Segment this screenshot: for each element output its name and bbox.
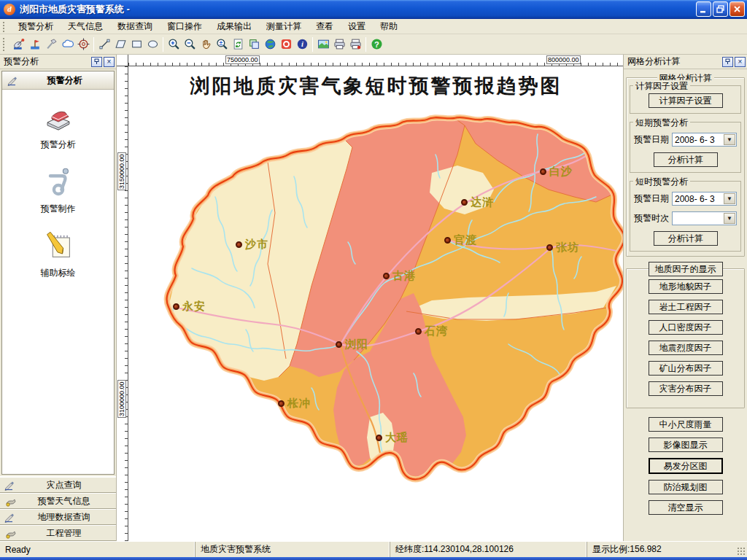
- globe-icon[interactable]: [262, 36, 278, 52]
- town-label: 官渡: [454, 233, 477, 247]
- pin-button[interactable]: [91, 57, 102, 67]
- town-dot-icon: [540, 168, 546, 175]
- refresh-view-icon[interactable]: [230, 36, 246, 52]
- town-label: 永安: [182, 300, 206, 314]
- grid-analysis-group: 网格分析计算 计算因子设置 计算因子设置 短期预警分析 预警日期 2008- 6…: [626, 77, 745, 257]
- warning-analysis-icon[interactable]: [11, 36, 27, 52]
- town-marker: 大瑶: [376, 431, 409, 445]
- pin-icon: [724, 58, 731, 65]
- sidebar-item-warning-make[interactable]: 预警制作: [2, 166, 114, 215]
- minimize-button[interactable]: [696, 1, 711, 17]
- pin-button[interactable]: [722, 57, 733, 67]
- draw-ellipse-icon[interactable]: [144, 36, 160, 52]
- chevron-down-icon[interactable]: ▼: [724, 134, 735, 145]
- chevron-down-icon[interactable]: ▼: [724, 213, 735, 224]
- town-label: 张坊: [556, 241, 579, 254]
- toolbar-separator: [93, 37, 94, 52]
- copy-layers-icon[interactable]: [246, 36, 262, 52]
- layer-button[interactable]: 中小尺度雨量: [649, 417, 723, 432]
- layer-button[interactable]: 清空显示: [649, 500, 723, 515]
- menu-item[interactable]: 测量计算: [259, 19, 309, 34]
- sidebar-item-warning-weather[interactable]: 预警天气信息: [0, 493, 116, 509]
- draw-rectangle-icon[interactable]: [128, 36, 144, 52]
- layer-button[interactable]: 影像图显示: [649, 438, 723, 452]
- info-icon[interactable]: i: [294, 36, 310, 52]
- factor-button[interactable]: 地形地貌因子: [649, 279, 723, 294]
- town-marker: 张坊: [546, 241, 579, 254]
- chevron-down-icon[interactable]: ▼: [724, 193, 735, 204]
- layer-button[interactable]: 防治规划图: [649, 480, 723, 494]
- menu-item[interactable]: 窗口操作: [160, 19, 209, 34]
- close-icon: ×: [107, 58, 112, 66]
- sidebar-item-aux-plot[interactable]: 辅助标绘: [2, 230, 114, 279]
- menu-item[interactable]: 数据查询: [110, 19, 160, 34]
- map-area[interactable]: 750000.00 800000.00 3150000.00 3100000.0…: [117, 55, 624, 541]
- sidebar-item-warning-analysis[interactable]: 预警分析: [2, 104, 114, 151]
- app-logo-icon: d: [4, 4, 15, 15]
- map-canvas[interactable]: 浏阳地质灾害气象短时预警预报趋势图: [129, 67, 623, 541]
- locate-target-icon[interactable]: [75, 36, 91, 52]
- close-panel-button[interactable]: ×: [104, 57, 115, 67]
- pan-hand-icon[interactable]: [198, 36, 214, 52]
- menu-item[interactable]: 查看: [309, 19, 341, 34]
- print-icon[interactable]: [331, 36, 347, 52]
- print-setup-icon[interactable]: [347, 36, 363, 52]
- factor-button[interactable]: 矿山分布因子: [649, 361, 723, 376]
- restore-button[interactable]: [713, 1, 728, 17]
- geo-factor-display-button[interactable]: 地质因子的显示: [649, 262, 723, 276]
- left-panel-nav: 灾点查询 预警天气信息 地理数据查询 工程管理: [0, 476, 116, 541]
- town-dot-icon: [546, 244, 553, 251]
- warning-date-value: 2008- 6- 3: [673, 135, 724, 145]
- ruler-label: 3150000.00: [117, 152, 126, 190]
- factor-button[interactable]: 地震烈度因子: [649, 341, 723, 355]
- warning-make-icon[interactable]: [27, 36, 43, 52]
- factor-button[interactable]: 人口密度因子: [649, 320, 723, 335]
- stamp-tool-icon: [42, 166, 74, 198]
- town-dot-icon: [444, 237, 451, 244]
- short-term-analyze-button[interactable]: 分析计算: [654, 152, 718, 167]
- sidebar-item-project-mgmt[interactable]: 工程管理: [0, 525, 116, 541]
- writing-hand-icon: [4, 479, 16, 491]
- draw-polygon-icon[interactable]: [112, 36, 128, 52]
- warning-date-select[interactable]: 2008- 6- 3 ▼: [672, 133, 737, 147]
- sidebar-item-geodata-query[interactable]: 地理数据查询: [0, 509, 116, 525]
- town-label: 石湾: [425, 324, 448, 338]
- warning-date-label: 预警日期: [634, 133, 672, 146]
- menu-item[interactable]: 成果输出: [209, 19, 259, 34]
- status-coordinates: 经纬度:114.230104,28.100126: [390, 542, 587, 557]
- warning-date-label: 预警日期: [634, 192, 672, 205]
- image-view-icon[interactable]: [315, 36, 331, 52]
- factor-button[interactable]: 灾害分布因子: [649, 381, 723, 396]
- resize-grip[interactable]: [737, 547, 746, 556]
- menu-item[interactable]: 设置: [341, 19, 373, 34]
- close-panel-button[interactable]: ×: [735, 57, 746, 67]
- town-dot-icon: [336, 341, 342, 348]
- sidebar-item-disaster-query[interactable]: 灾点查询: [0, 477, 116, 493]
- help-icon[interactable]: ?: [368, 36, 384, 52]
- realtime-analyze-button[interactable]: 分析计算: [654, 231, 718, 246]
- close-button[interactable]: [729, 1, 745, 17]
- layer-button[interactable]: 易发分区图: [649, 458, 723, 474]
- cloud-icon[interactable]: [59, 36, 75, 52]
- zoom-in-icon[interactable]: [166, 36, 182, 52]
- sidebar-item-label: 预警分析: [2, 139, 114, 151]
- toolbar-gripper[interactable]: [1, 36, 8, 52]
- stop-icon[interactable]: [278, 36, 294, 52]
- warning-time-select[interactable]: ▼: [672, 211, 737, 225]
- plot-tool-icon[interactable]: [43, 36, 59, 52]
- town-marker: 枨冲: [278, 397, 311, 411]
- town-label: 枨冲: [287, 397, 311, 411]
- menu-bar: 预警分析天气信息数据查询窗口操作成果输出测量计算查看设置帮助: [0, 19, 747, 34]
- warning-date-select[interactable]: 2008- 6- 3 ▼: [672, 192, 737, 206]
- zoom-out-icon[interactable]: [182, 36, 198, 52]
- menu-item[interactable]: 帮助: [373, 19, 405, 34]
- draw-line-icon[interactable]: [96, 36, 112, 52]
- calc-factor-settings-button[interactable]: 计算因子设置: [649, 93, 723, 108]
- window-titlebar: d 浏阳市地质灾害预警系统 -: [0, 0, 747, 19]
- menubar-gripper[interactable]: [1, 20, 8, 32]
- warning-time-label: 预警时次: [634, 212, 672, 225]
- menu-item[interactable]: 预警分析: [11, 19, 61, 34]
- factor-button[interactable]: 岩土工程因子: [649, 300, 723, 314]
- menu-item[interactable]: 天气信息: [61, 19, 110, 34]
- zoom-extent-icon[interactable]: ±: [214, 36, 230, 52]
